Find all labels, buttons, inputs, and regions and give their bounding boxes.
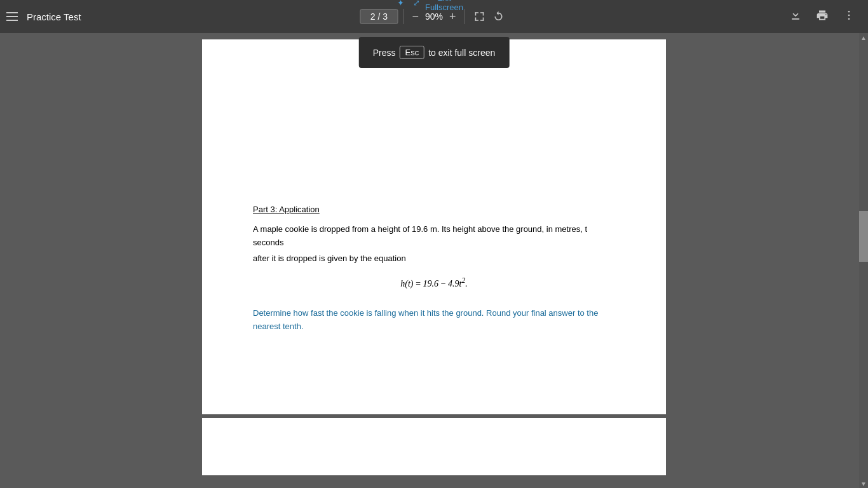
download-button[interactable] [785,6,806,27]
svg-point-10 [848,18,850,20]
exit-fullscreen-label: Exit Fullscreen [424,0,465,12]
formula-display: h(t) = 19.6 − 4.9t2. [253,276,615,289]
print-button[interactable] [812,6,832,27]
exit-label: to exit full screen [428,48,495,58]
svg-rect-3 [483,12,484,15]
hamburger-menu-button[interactable] [6,12,18,21]
exit-fullscreen-icon: ⤢ [413,0,420,8]
more-options-icon [843,9,855,22]
scroll-thumb[interactable] [859,211,868,262]
toolbar-left: Practice Test [0,11,140,22]
formula-text: h(t) = 19.6 − 4.9t2. [400,279,468,288]
instruction-content: Determine how fast the cookie is falling… [253,308,598,331]
svg-point-9 [848,14,850,16]
download-icon [789,9,802,22]
toolbar: Practice Test ✦ ⤢ Exit Fullscreen 2 / 3 … [0,0,868,33]
svg-rect-1 [475,12,477,15]
svg-rect-7 [483,18,484,21]
fit-page-button[interactable] [470,8,489,25]
pdf-page-2: Part 3: Application A maple cookie is dr… [202,39,666,414]
toolbar-right [785,6,868,27]
scroll-up-arrow[interactable]: ▲ [859,33,868,42]
toolbar-center: ✦ ⤢ Exit Fullscreen 2 / 3 − 90% + [360,8,508,25]
esc-key-badge: Esc [400,46,425,59]
fit-page-icon [474,11,485,22]
rotate-button[interactable] [489,8,508,25]
svg-rect-5 [475,18,477,21]
question-text-line1: A maple cookie is dropped from a height … [253,223,615,250]
rotate-icon [493,11,505,22]
svg-point-8 [848,10,850,12]
print-icon [816,9,829,22]
press-label: Press [373,48,396,58]
pdf-viewer-content[interactable]: Part 3: Application A maple cookie is dr… [0,33,868,488]
exit-fullscreen-button[interactable]: ⤢ Exit Fullscreen [407,0,471,15]
more-options-button[interactable] [839,6,859,27]
question-text-line2: after it is dropped is given by the equa… [253,252,615,266]
section-title: Part 3: Application [253,205,615,214]
pagination-display: 2 / 3 [360,9,398,24]
esc-fullscreen-tooltip: Press Esc to exit full screen [359,37,510,68]
pdf-page-3 [202,418,666,475]
scrollbar[interactable]: ▲ ▼ [859,33,868,488]
question-body-1: A maple cookie is dropped from a height … [253,224,587,247]
app-title: Practice Test [27,11,81,22]
instruction-text: Determine how fast the cookie is falling… [253,307,615,334]
scroll-down-arrow[interactable]: ▼ [859,479,868,488]
